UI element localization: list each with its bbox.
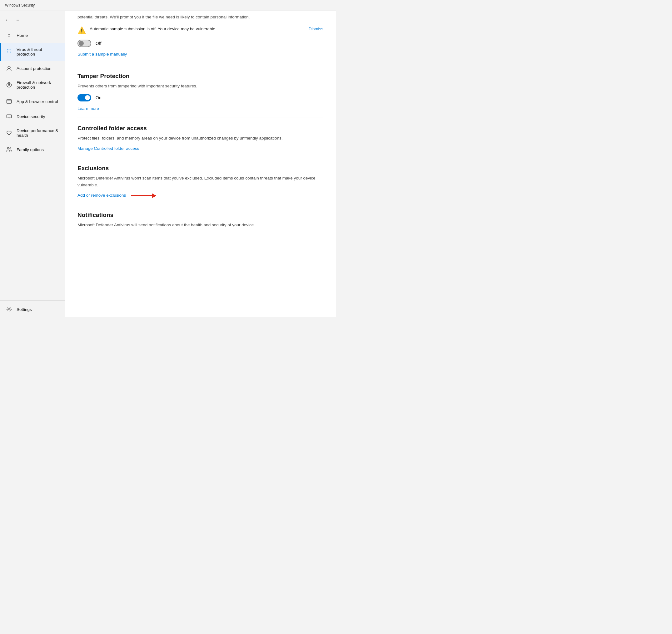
svg-point-8 <box>7 148 9 149</box>
sample-toggle-label: Off <box>96 41 101 46</box>
appbrowser-icon <box>6 98 12 104</box>
exclusions-section: Exclusions Microsoft Defender Antivirus … <box>77 157 323 204</box>
back-icon: ← <box>5 17 10 23</box>
sidebar: ← ≡ ⌂ Home 🛡 Virus & threat protection A… <box>0 11 65 317</box>
home-icon: ⌂ <box>6 32 12 39</box>
tamper-title: Tamper Protection <box>77 73 323 80</box>
sidebar-item-devicesecurity[interactable]: Device security <box>0 109 65 124</box>
tamper-learn-more-link[interactable]: Learn more <box>77 106 99 111</box>
back-button[interactable]: ← <box>4 16 11 24</box>
folder-access-desc: Protect files, folders, and memory areas… <box>77 135 323 142</box>
devicehealth-icon <box>6 130 12 136</box>
sidebar-label-appbrowser: App & browser control <box>17 99 58 104</box>
exclusions-link-row: Add or remove exclusions <box>77 193 323 198</box>
tamper-toggle-row: On <box>77 94 323 101</box>
svg-point-0 <box>8 66 10 69</box>
sidebar-item-account[interactable]: Account protection <box>0 61 65 76</box>
hamburger-icon: ≡ <box>16 17 19 23</box>
tamper-toggle-knob <box>85 95 90 100</box>
warning-icon: ⚠️ <box>77 27 86 35</box>
notifications-desc: Microsoft Defender Antivirus will send n… <box>77 222 323 228</box>
exclusions-title: Exclusions <box>77 165 323 172</box>
settings-icon <box>6 306 12 313</box>
firewall-icon <box>6 82 12 88</box>
svg-point-10 <box>8 309 10 310</box>
sidebar-label-account: Account protection <box>17 66 51 71</box>
app-title: Windows Security <box>5 3 35 7</box>
exclusions-link[interactable]: Add or remove exclusions <box>77 193 126 198</box>
submit-sample-link[interactable]: Submit a sample manually <box>77 52 127 56</box>
main-content: potential threats. We'll prompt you if t… <box>65 11 336 317</box>
sidebar-label-settings: Settings <box>17 307 32 312</box>
tamper-toggle[interactable] <box>77 94 91 101</box>
notifications-section: Notifications Microsoft Defender Antivir… <box>77 204 323 239</box>
sidebar-label-virus: Virus & threat protection <box>17 47 60 56</box>
folder-access-section: Controlled folder access Protect files, … <box>77 117 323 157</box>
family-icon <box>6 146 12 153</box>
top-description-text: potential threats. We'll prompt you if t… <box>77 11 323 20</box>
account-icon <box>6 65 12 72</box>
svg-rect-3 <box>7 100 11 103</box>
sidebar-item-settings[interactable]: Settings <box>0 302 65 317</box>
sidebar-item-appbrowser[interactable]: App & browser control <box>0 94 65 109</box>
notifications-title: Notifications <box>77 212 323 219</box>
tamper-protection-section: Tamper Protection Prevents others from t… <box>77 65 323 117</box>
sample-toggle-knob <box>79 41 84 46</box>
sample-toggle[interactable] <box>77 40 91 47</box>
sidebar-bottom: Settings <box>0 300 65 317</box>
sidebar-label-firewall: Firewall & network protection <box>17 80 60 90</box>
sidebar-label-family: Family options <box>17 147 44 152</box>
sidebar-item-devicehealth[interactable]: Device performance & health <box>0 124 65 142</box>
sidebar-label-home: Home <box>17 33 28 38</box>
warning-text: Automatic sample submission is off. Your… <box>90 26 305 32</box>
sidebar-label-devicehealth: Device performance & health <box>17 128 60 138</box>
svg-rect-5 <box>7 115 11 118</box>
sidebar-item-firewall[interactable]: Firewall & network protection <box>0 76 65 94</box>
app-container: ← ≡ ⌂ Home 🛡 Virus & threat protection A… <box>0 11 336 317</box>
exclusions-desc: Microsoft Defender Antivirus won't scan … <box>77 175 323 188</box>
title-bar: Windows Security <box>0 0 336 11</box>
sidebar-label-devicesecurity: Device security <box>17 114 45 119</box>
tamper-desc: Prevents others from tampering with impo… <box>77 83 323 90</box>
dismiss-link[interactable]: Dismiss <box>309 27 323 31</box>
sidebar-item-family[interactable]: Family options <box>0 142 65 157</box>
warning-row: ⚠️ Automatic sample submission is off. Y… <box>77 26 323 35</box>
sidebar-item-virus[interactable]: 🛡 Virus & threat protection <box>0 43 65 61</box>
folder-access-link[interactable]: Manage Controlled folder access <box>77 146 139 151</box>
sidebar-top-actions: ← ≡ <box>0 14 65 28</box>
red-arrow-annotation <box>131 195 156 196</box>
devicesecurity-icon <box>6 113 12 120</box>
folder-access-title: Controlled folder access <box>77 125 323 132</box>
svg-point-9 <box>10 148 11 149</box>
sample-toggle-row: Off <box>77 40 323 47</box>
sidebar-item-home[interactable]: ⌂ Home <box>0 28 65 43</box>
hamburger-button[interactable]: ≡ <box>15 16 20 24</box>
tamper-toggle-label: On <box>96 95 101 100</box>
shield-icon: 🛡 <box>6 49 12 55</box>
